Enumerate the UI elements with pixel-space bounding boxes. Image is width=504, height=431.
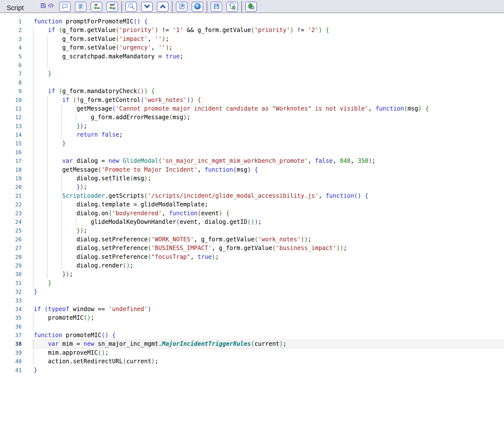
line-number: 34 [0,305,22,314]
format-code-button[interactable] [75,2,86,12]
line-number: 14 [0,131,22,139]
replace-all-icon: abac [109,3,116,11]
line-number: 38 [0,340,22,348]
indent-guide [33,340,34,348]
code-line[interactable]: 21 ScriptLoader.getScripts('/scripts/inc… [0,192,504,200]
replace-button[interactable]: abac [91,2,102,12]
svg-text:ab: ab [94,3,98,6]
indent-guide [33,218,34,226]
code-line[interactable]: 29 dialog.render(); [0,261,504,270]
indent-guide [33,192,34,200]
indent-guide [33,131,34,139]
code-line[interactable]: 26 dialog.setPreference('WORK_NOTES', g_… [0,235,504,244]
code-line[interactable]: 22 dialog.template = glideModalTemplate; [0,200,504,209]
code-line[interactable]: 3 g_form.setValue('impact', ''); [0,35,504,43]
code-text: action.setRedirectURL(current); [34,357,158,366]
code-line[interactable]: 15 } [0,139,504,148]
chevron-up-button[interactable] [157,2,168,12]
indent-guide [33,43,34,52]
code-text: dialog.setTitle(msg); [34,174,151,183]
syntax-check-button[interactable] [226,2,238,12]
code-line[interactable]: 18 getMessage('Promote to Major Incident… [0,166,504,174]
code-line[interactable]: 25 }); [0,226,504,235]
line-number: 36 [0,322,22,331]
code-line[interactable]: 1function promptForPromoteMIC() { [0,17,504,26]
code-text: g_form.setValue('urgency', ''); [34,43,173,52]
code-line[interactable]: 30 }); [0,270,504,279]
code-markup-icon [48,2,54,10]
search-button[interactable] [125,2,137,12]
code-line[interactable]: 5 g_scratchpad.makeMandatory = true; [0,52,504,61]
code-line[interactable]: 2 if (g_form.getValue('priority') != '1'… [0,26,504,34]
indent-guide [33,183,34,191]
help-button[interactable]: ? [192,2,203,12]
save-button[interactable] [211,2,222,12]
code-line[interactable]: 31 } [0,279,504,287]
line-number: 1 [0,17,22,26]
code-line[interactable]: 9 if (g_form.mandatoryCheck()) { [0,87,504,96]
code-text: }); [34,183,87,191]
indent-guide [33,235,34,244]
code-line[interactable]: 32} [0,287,504,296]
chevron-down-icon [143,3,151,11]
toolbar-separator [172,1,172,12]
chevron-down-button[interactable] [141,2,153,12]
code-line[interactable]: 13 }); [0,122,504,131]
code-line[interactable]: 20 }); [0,183,504,191]
code-text: g_form.addErrorMessage(msg); [34,113,190,122]
code-line[interactable]: 36 [0,322,504,331]
replace-all-button[interactable]: abac [106,2,118,12]
code-text: var dialog = new GlideModal('sn_major_in… [34,157,375,165]
indent-guide [33,61,34,69]
indent-guide [33,209,34,218]
search-icon [127,2,135,11]
indent-guide [33,314,34,322]
code-line[interactable]: 33 [0,296,504,305]
line-number: 13 [0,122,22,131]
syntax-check-icon [228,2,236,11]
code-line[interactable]: 40 action.setRedirectURL(current); [0,357,504,366]
code-text: dialog.render(); [34,261,134,270]
line-number: 27 [0,244,22,252]
line-number: 15 [0,139,22,148]
code-text: promoteMIC(); [34,314,94,322]
code-editor[interactable]: 1function promptForPromoteMIC() {2 if (g… [0,13,504,431]
code-line[interactable]: 41} [0,366,504,375]
code-line-active[interactable]: 38 var mim = new sn_major_inc_mgmt.Major… [0,340,504,348]
code-line[interactable]: 10 if (!g_form.getControl('work_notes'))… [0,96,504,104]
comment-button[interactable] [59,2,71,12]
line-number: 20 [0,183,22,191]
code-text: glideModalKeyDownHandler(event, dialog.g… [34,218,262,226]
code-line[interactable]: 37function promoteMIC() { [0,331,504,340]
code-line[interactable]: 6 [0,61,504,69]
code-line[interactable]: 19 dialog.setTitle(msg); [0,174,504,183]
code-line[interactable]: 4 g_form.setValue('urgency', ''); [0,43,504,52]
code-line[interactable]: 23 dialog.on('bodyrendered', function(ev… [0,209,504,218]
line-number: 35 [0,314,22,322]
svg-text:ac: ac [97,6,100,10]
code-line[interactable]: 11 getMessage('Cannot promote major inci… [0,104,504,113]
code-line[interactable]: 7 } [0,69,504,78]
code-line[interactable]: 39 mim.approveMIC(); [0,348,504,357]
debug-button[interactable] [245,2,257,12]
code-line[interactable]: 24 glideModalKeyDownHandler(event, dialo… [0,218,504,226]
code-line[interactable]: 28 dialog.setPreference("focusTrap", tru… [0,253,504,261]
code-text: }); [34,122,87,131]
code-line[interactable]: 34if (typeof window == 'undefined') [0,305,504,314]
code-line[interactable]: 8 [0,78,504,87]
code-text: return false; [34,131,123,139]
code-line[interactable]: 17 var dialog = new GlideModal('sn_major… [0,157,504,165]
pop-out-button[interactable] [176,2,187,12]
code-line[interactable]: 16 [0,148,504,157]
line-number: 9 [0,87,22,96]
line-number: 37 [0,331,22,340]
line-number: 10 [0,96,22,104]
code-line[interactable]: 27 dialog.setPreference('BUSINESS_IMPACT… [0,244,504,252]
code-line[interactable]: 14 return false; [0,131,504,139]
line-number: 4 [0,43,22,52]
line-number: 8 [0,78,22,87]
code-line[interactable]: 35 promoteMIC(); [0,314,504,322]
code-line[interactable]: 12 g_form.addErrorMessage(msg); [0,113,504,122]
code-text: }); [34,270,73,279]
line-number: 6 [0,61,22,69]
